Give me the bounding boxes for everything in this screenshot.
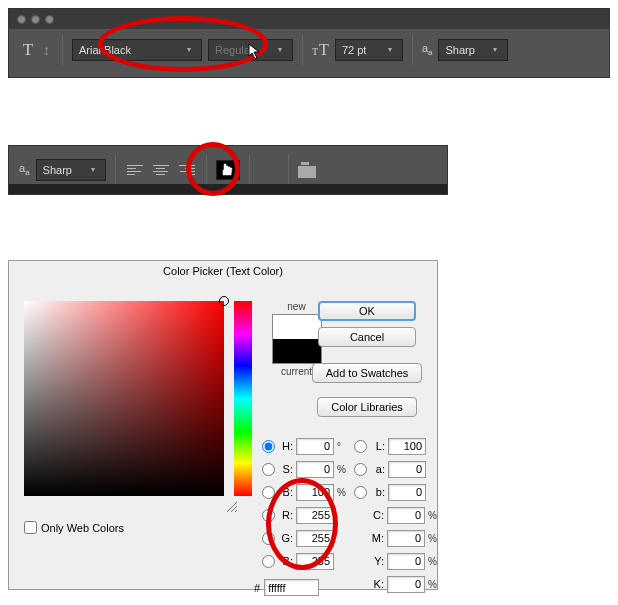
a-radio[interactable] bbox=[354, 463, 367, 476]
k-input[interactable] bbox=[387, 576, 425, 593]
saturation-value-field[interactable] bbox=[24, 301, 224, 496]
s-input[interactable] bbox=[296, 461, 334, 478]
color-picker-dialog: Color Picker (Text Color) new current OK… bbox=[8, 260, 438, 590]
c-input[interactable] bbox=[387, 507, 425, 524]
b-lab-radio[interactable] bbox=[354, 486, 367, 499]
b-hsb-label: B: bbox=[277, 486, 293, 498]
g-label: G: bbox=[277, 532, 293, 544]
hex-input[interactable] bbox=[264, 579, 319, 596]
only-web-colors-label: Only Web Colors bbox=[41, 522, 124, 534]
chevron-down-icon: ▾ bbox=[187, 45, 197, 55]
window-titlebar bbox=[9, 9, 609, 29]
type-tool-icon: T bbox=[19, 40, 37, 60]
percent-unit: % bbox=[428, 556, 442, 567]
type-options-bar: T ↕ Arial Black ▾ Regular ▾ TT 72 pt ▾ a… bbox=[8, 8, 610, 78]
a-label: a: bbox=[369, 463, 385, 475]
bottom-strip bbox=[9, 184, 447, 194]
h-radio[interactable] bbox=[262, 440, 275, 453]
divider bbox=[115, 155, 116, 185]
b-hsb-radio[interactable] bbox=[262, 486, 275, 499]
align-left-button[interactable] bbox=[125, 160, 145, 180]
hex-label: # bbox=[254, 582, 260, 594]
divider bbox=[412, 35, 413, 65]
antialias-dropdown[interactable]: Sharp ▾ bbox=[438, 39, 508, 61]
type-orientation-icon[interactable]: ↕ bbox=[43, 40, 53, 60]
chevron-down-icon: ▾ bbox=[493, 45, 503, 55]
b-rgb-input[interactable] bbox=[296, 553, 334, 570]
divider bbox=[302, 35, 303, 65]
s-label: S: bbox=[277, 463, 293, 475]
align-center-button[interactable] bbox=[151, 160, 171, 180]
add-swatches-button[interactable]: Add to Swatches bbox=[312, 363, 422, 383]
b-hsb-input[interactable] bbox=[296, 484, 334, 501]
y-label: Y: bbox=[368, 555, 384, 567]
antialias-value: Sharp bbox=[43, 164, 72, 176]
h-label: H: bbox=[277, 440, 293, 452]
type-options-bar-right: aa Sharp ▾ bbox=[8, 145, 448, 195]
l-label: L: bbox=[369, 440, 385, 452]
b-rgb-radio[interactable] bbox=[262, 555, 275, 568]
l-input[interactable] bbox=[388, 438, 426, 455]
color-libraries-button[interactable]: Color Libraries bbox=[317, 397, 417, 417]
chevron-down-icon: ▾ bbox=[388, 45, 398, 55]
font-family-value: Arial Black bbox=[79, 44, 131, 56]
resize-grip-icon bbox=[227, 502, 237, 512]
close-dot[interactable] bbox=[17, 15, 26, 24]
ok-button[interactable]: OK bbox=[318, 301, 416, 321]
only-web-colors-checkbox[interactable] bbox=[24, 521, 37, 534]
divider bbox=[288, 155, 289, 185]
antialias-dropdown[interactable]: Sharp ▾ bbox=[36, 159, 106, 181]
l-radio[interactable] bbox=[354, 440, 367, 453]
g-radio[interactable] bbox=[262, 532, 275, 545]
divider bbox=[206, 155, 207, 185]
divider bbox=[249, 155, 250, 185]
divider bbox=[62, 35, 63, 65]
antialias-value: Sharp bbox=[445, 44, 474, 56]
percent-unit: % bbox=[337, 464, 351, 475]
chevron-down-icon: ▾ bbox=[278, 45, 288, 55]
y-input[interactable] bbox=[387, 553, 425, 570]
b-lab-label: b: bbox=[369, 486, 385, 498]
cursor-icon bbox=[248, 43, 262, 61]
a-input[interactable] bbox=[388, 461, 426, 478]
font-family-dropdown[interactable]: Arial Black ▾ bbox=[72, 39, 202, 61]
font-size-value: 72 pt bbox=[342, 44, 366, 56]
cancel-button[interactable]: Cancel bbox=[318, 327, 416, 347]
degree-unit: ° bbox=[337, 441, 351, 452]
align-right-button[interactable] bbox=[177, 160, 197, 180]
percent-unit: % bbox=[428, 579, 442, 590]
m-input[interactable] bbox=[387, 530, 425, 547]
c-label: C: bbox=[368, 509, 384, 521]
minimize-dot[interactable] bbox=[31, 15, 40, 24]
s-radio[interactable] bbox=[262, 463, 275, 476]
chevron-down-icon: ▾ bbox=[91, 165, 101, 175]
h-input[interactable] bbox=[296, 438, 334, 455]
zoom-dot[interactable] bbox=[45, 15, 54, 24]
r-radio[interactable] bbox=[262, 509, 275, 522]
font-size-dropdown[interactable]: 72 pt ▾ bbox=[335, 39, 403, 61]
hand-cursor-icon bbox=[220, 162, 235, 178]
antialias-icon: aa bbox=[422, 42, 433, 57]
font-size-icon: TT bbox=[312, 41, 329, 59]
b-rgb-label: B: bbox=[277, 555, 293, 567]
b-lab-input[interactable] bbox=[388, 484, 426, 501]
percent-unit: % bbox=[337, 487, 351, 498]
text-color-swatch[interactable] bbox=[216, 160, 240, 180]
g-input[interactable] bbox=[296, 530, 334, 547]
r-input[interactable] bbox=[296, 507, 334, 524]
dialog-title: Color Picker (Text Color) bbox=[9, 261, 437, 281]
hue-slider[interactable] bbox=[234, 301, 252, 496]
panel-icon[interactable] bbox=[298, 162, 316, 178]
percent-unit: % bbox=[428, 533, 442, 544]
r-label: R: bbox=[277, 509, 293, 521]
antialias-icon: aa bbox=[19, 162, 30, 177]
percent-unit: % bbox=[428, 510, 442, 521]
m-label: M: bbox=[368, 532, 384, 544]
k-label: K: bbox=[368, 578, 384, 590]
sv-marker[interactable] bbox=[219, 296, 229, 306]
